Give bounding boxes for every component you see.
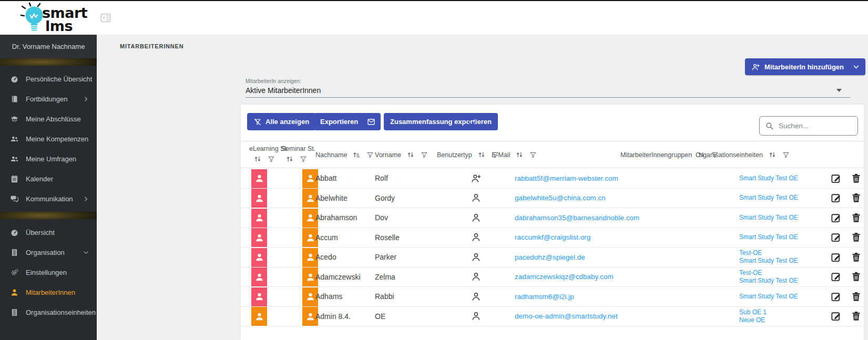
chevron-down-icon[interactable] [852,63,860,71]
organisation-unit-link[interactable]: Smart Study Test OE [739,233,798,241]
filter-funnel-icon[interactable] [366,151,374,159]
email-link[interactable]: dabrahamson35@barnesandnoble.com [515,208,688,228]
organisation-unit-link[interactable]: Smart Study Test OE [739,174,798,182]
delete-button[interactable] [849,189,863,208]
building-icon [10,308,19,317]
elearning-status-badge[interactable] [251,248,267,267]
organisation-unit-link[interactable]: Test-OE [739,249,762,257]
delete-button[interactable] [849,208,863,228]
users-icon [10,135,19,143]
edit-button[interactable] [829,208,843,228]
delete-button[interactable] [849,267,863,287]
sort-icon[interactable] [514,150,525,159]
organisation-unit-link[interactable]: Test-OE [739,269,762,277]
chevron-right-icon [83,96,89,102]
employee-filter-select[interactable]: MitarbeiterIn anzeigen: Aktive Mitarbeit… [246,78,850,98]
table-row: AbbattRolfrabbatt5f@merriam-webster.comS… [241,169,864,189]
filter-funnel-icon[interactable] [299,155,308,163]
edit-button[interactable] [829,287,843,306]
email-link[interactable]: pacedohz@spiegel.de [515,248,688,267]
person-icon [471,248,484,267]
elearning-status-badge[interactable] [251,189,267,208]
sort-icon[interactable] [767,150,778,159]
search-input[interactable] [779,122,852,130]
sidebar-item-organisation[interactable]: Organisation [0,242,97,262]
cell-organisationseinheiten: Test-OESmart Study Test OE [739,248,831,267]
show-all-button[interactable]: Alle anzeigen [247,113,315,130]
sort-icon[interactable] [284,154,295,163]
email-link[interactable]: demo-oe-admin@smartstudy.net [515,307,688,326]
edit-button[interactable] [829,169,843,188]
show-all-button-label: Alle anzeigen [265,118,309,126]
sidebar-item-meine-kompetenzen[interactable]: Meine Kompetenzen [0,129,97,149]
sidebar-toggle-icon[interactable] [99,12,112,24]
cell-nachname: Acedo [315,248,374,267]
person-icon [471,189,484,208]
sidebar-item-kalender[interactable]: Kalender [0,169,97,189]
edit-button[interactable] [829,248,843,267]
sidebar-item-meine-umfragen[interactable]: Meine Umfragen [0,149,97,169]
edit-button[interactable] [829,228,843,248]
organisation-unit-link[interactable]: Smart Study Test OE [739,293,798,301]
email-link[interactable]: gabelwhite5u@china.com.cn [515,189,688,208]
organisation-unit-link[interactable]: Smart Study Test OE [739,257,798,265]
sidebar-item-ubersicht[interactable]: Übersicht [0,222,97,242]
sort-icon[interactable] [405,150,416,159]
organisation-unit-link[interactable]: Neue OE [739,316,765,324]
filter-funnel-icon[interactable] [529,151,537,159]
edit-button[interactable] [829,267,843,287]
refresh-icon[interactable] [467,116,477,126]
organisation-unit-link[interactable]: Smart Study Test OE [739,214,798,222]
organisation-unit-link[interactable]: Smart Study Test OE [739,194,798,202]
sidebar-item-einstellungen[interactable]: Einstellungen [0,262,97,282]
sidebar-divider [0,58,97,66]
organisation-unit-link[interactable]: Sub OE 1 [739,308,767,316]
elearning-status-badge[interactable] [251,228,267,247]
organisation-unit-link[interactable]: Smart Study Test OE [739,277,798,285]
email-link[interactable]: raccumkf@craigslist.org [515,228,688,248]
sort-ascending-icon[interactable] [351,150,362,159]
cell-vorname: Gordy [375,189,435,208]
delete-button[interactable] [849,248,863,267]
elearning-status-badge[interactable] [251,267,267,286]
main-area: MITARBEITERINNEN MitarbeiterIn hinzufüge… [97,35,868,340]
delete-button[interactable] [849,169,863,188]
sidebar-item-personliche-ubersicht[interactable]: Persönliche Übersicht [0,69,97,89]
sidebar-item-fortbildungen[interactable]: Fortbildungen [0,89,97,109]
filter-funnel-icon[interactable] [267,155,275,163]
sidebar-item-organisationseinheiten[interactable]: Organisationseinheiten [0,302,97,322]
mail-button[interactable] [362,113,381,130]
column-header-nachname: Nachname [315,142,374,168]
delete-button[interactable] [849,228,863,248]
app-logo: smart lms [20,2,87,34]
delete-button[interactable] [849,307,863,326]
cell-organisationseinheiten: Smart Study Test OE [739,169,831,188]
cogs-icon [10,268,19,277]
elearning-status-badge[interactable] [251,287,267,306]
column-header-label: E-Mail [492,151,510,159]
column-header-organisationseinheiten: Organisationseinheiten [696,142,790,168]
edit-button[interactable] [829,189,843,208]
sort-icon[interactable] [252,154,263,163]
sidebar-divider [0,212,97,219]
export-summary-button[interactable]: Zusammenfassung exportieren [384,113,498,130]
filter-funnel-icon[interactable] [782,151,790,159]
filter-funnel-icon[interactable] [420,151,428,159]
cell-organisationseinheiten: Smart Study Test OE [739,228,831,248]
edit-button[interactable] [829,307,843,326]
export-button[interactable]: Exportieren [314,113,364,130]
sort-icon[interactable] [476,150,487,159]
sidebar-item-label: Organisation [26,249,83,256]
add-employee-button[interactable]: MitarbeiterIn hinzufügen [745,58,865,75]
email-link[interactable]: radhamsm6@i2i.jp [515,287,688,306]
sidebar-item-mitarbeiterinnen[interactable]: MitarbeiterInnen [0,282,97,302]
elearning-status-badge[interactable] [251,307,267,326]
sidebar-item-kommunikation[interactable]: Kommunikation [0,189,97,209]
elearning-status-badge[interactable] [251,209,267,228]
elearning-status-badge[interactable] [251,169,267,188]
column-header-label: Nachname [315,151,347,159]
email-link[interactable]: zadamczewskiqz@cdbaby.com [515,267,688,287]
sidebar-item-meine-abschlusse[interactable]: Meine Abschlüsse [0,109,97,129]
email-link[interactable]: rabbatt5f@merriam-webster.com [515,169,688,188]
delete-button[interactable] [849,287,863,306]
